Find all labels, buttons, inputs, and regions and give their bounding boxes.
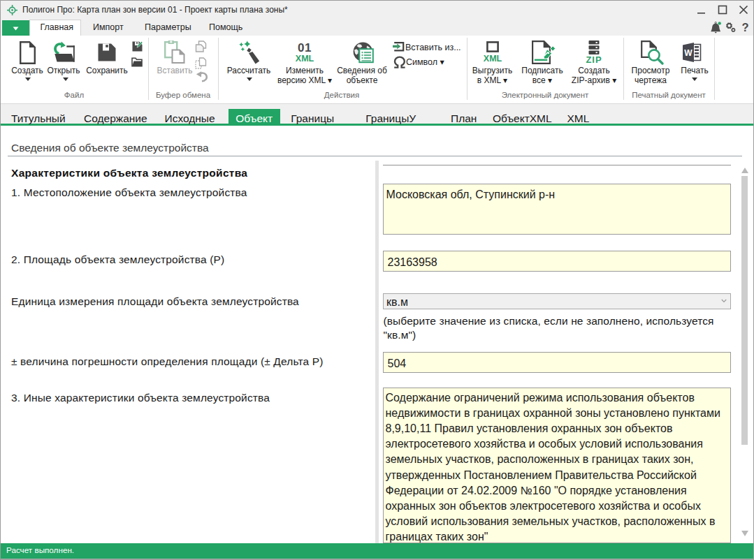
svg-text:W: W [684,48,693,58]
